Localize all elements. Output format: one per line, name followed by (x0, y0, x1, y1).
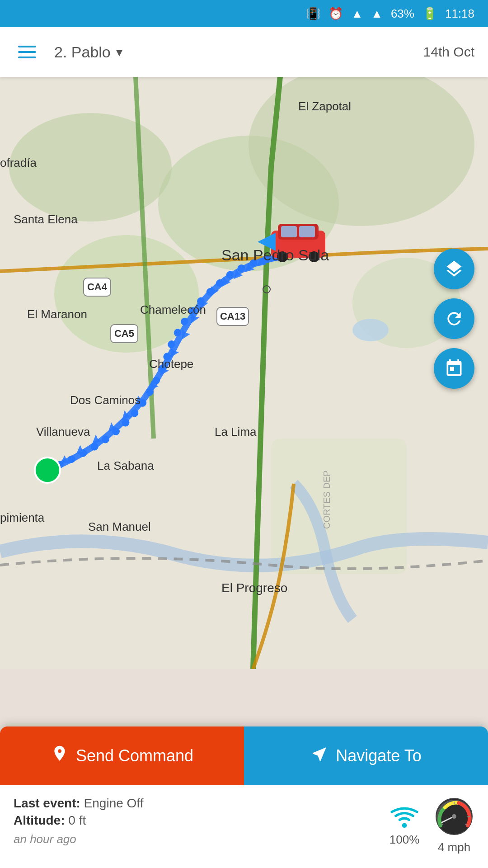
svg-line-52 (467, 816, 470, 817)
timestamp-text: an hour ago (14, 832, 143, 846)
last-event-value: Engine Off (84, 796, 144, 810)
svg-point-40 (309, 251, 319, 262)
speed-label: 4 mph (438, 840, 470, 854)
dropdown-arrow-icon: ▾ (116, 45, 122, 60)
svg-text:CA5: CA5 (114, 328, 134, 339)
info-left: Last event: Engine Off Altitude: 0 ft an… (14, 796, 143, 846)
navigate-to-label: Navigate To (336, 746, 421, 765)
speedometer-icon (434, 796, 474, 837)
svg-point-34 (35, 458, 60, 483)
action-buttons-row: Send Command Navigate To (0, 726, 488, 785)
last-event-label: Last event: (14, 796, 80, 810)
signal-percentage: 100% (389, 833, 420, 847)
send-command-button[interactable]: Send Command (0, 726, 244, 785)
navigate-icon (310, 745, 328, 767)
refresh-fab-button[interactable] (434, 298, 474, 339)
info-section: Last event: Engine Off Altitude: 0 ft an… (0, 785, 488, 859)
hamburger-line-1 (18, 46, 36, 47)
header: 2. Pablo ▾ 14th Oct (0, 27, 488, 77)
calendar-icon (444, 359, 464, 378)
svg-point-39 (277, 251, 288, 262)
layers-icon (444, 259, 464, 279)
wifi-icon-status: ▲ (351, 7, 363, 21)
signal-icon: ▲ (371, 7, 383, 21)
refresh-icon (444, 309, 464, 329)
battery-text: 63% (391, 7, 414, 21)
send-command-label: Send Command (76, 746, 193, 765)
vibrate-icon: 📳 (306, 7, 320, 21)
svg-point-47 (452, 814, 456, 819)
battery-icon: 🔋 (422, 7, 437, 21)
wifi-signal-icon (389, 804, 420, 829)
menu-button[interactable] (14, 41, 41, 63)
svg-rect-38 (299, 226, 315, 237)
date-display: 14th Oct (423, 44, 474, 60)
navigate-to-button[interactable]: Navigate To (244, 726, 488, 785)
hamburger-line-3 (18, 57, 36, 58)
hamburger-line-2 (18, 51, 36, 53)
fab-container (434, 249, 474, 389)
speed-container: 4 mph (434, 796, 474, 854)
info-right: 100% (389, 796, 474, 854)
svg-text:CA4: CA4 (87, 281, 108, 292)
layers-fab-button[interactable] (434, 249, 474, 289)
status-bar: 📳 ⏰ ▲ ▲ 63% 🔋 11:18 (0, 0, 488, 27)
time-display: 11:18 (445, 7, 474, 21)
bottom-panel: Send Command Navigate To Last event: Eng… (0, 726, 488, 868)
signal-container: 100% (389, 804, 420, 847)
svg-rect-37 (281, 226, 297, 237)
svg-text:CORTES DEP: CORTES DEP (322, 470, 332, 529)
svg-point-44 (402, 823, 407, 828)
altitude-label: Altitude: (14, 813, 65, 827)
alarm-icon: ⏰ (328, 7, 343, 21)
svg-point-7 (352, 319, 389, 341)
altitude-value: 0 ft (68, 813, 86, 827)
altitude-row: Altitude: 0 ft (14, 813, 143, 828)
svg-line-50 (438, 816, 441, 817)
svg-text:CA13: CA13 (220, 311, 245, 322)
svg-point-3 (9, 113, 172, 222)
map-svg: CA4 CA5 CA13 (0, 77, 488, 669)
send-command-icon (51, 745, 69, 767)
calendar-fab-button[interactable] (434, 348, 474, 389)
vehicle-selector[interactable]: 2. Pablo ▾ (54, 43, 410, 61)
vehicle-name: 2. Pablo (54, 43, 111, 61)
last-event-row: Last event: Engine Off (14, 796, 143, 811)
map-container[interactable]: CA4 CA5 CA13 (0, 77, 488, 669)
